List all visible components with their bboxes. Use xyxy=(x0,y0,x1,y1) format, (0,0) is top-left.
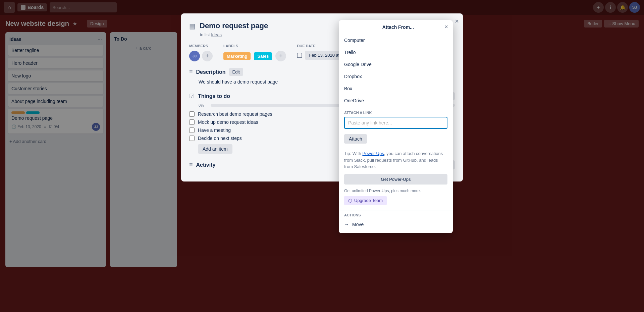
attach-tip: Tip: With Power-Ups, you can attach conv… xyxy=(339,148,453,174)
attach-link-section: Attach a link xyxy=(339,107,453,132)
attach-panel-title: Attach From... xyxy=(352,24,444,30)
checklist-checkbox-2[interactable] xyxy=(189,119,195,125)
description-edit-button[interactable]: Edit xyxy=(229,68,243,76)
description-icon: ≡ xyxy=(189,68,193,75)
modal-close-button[interactable]: × xyxy=(455,17,459,25)
attach-menu-onedrive[interactable]: OneDrive xyxy=(339,95,453,107)
checklist-item-text: Have a meeting xyxy=(198,127,231,133)
actions-label: ACTIONS xyxy=(344,213,447,217)
move-icon: → xyxy=(344,222,349,227)
checklist-checkbox-4[interactable] xyxy=(189,136,195,141)
progress-percentage: 0% xyxy=(199,103,208,107)
add-member-button[interactable]: + xyxy=(202,51,213,61)
checklist-checkbox-3[interactable] xyxy=(189,127,195,133)
due-date-checkbox[interactable] xyxy=(297,53,302,58)
attach-menu-computer[interactable]: Computer xyxy=(339,34,453,46)
upgrade-label: Upgrade Team xyxy=(354,198,383,203)
label-sales-tag[interactable]: Sales xyxy=(254,52,272,60)
member-avatar-jj: JJ xyxy=(189,51,200,61)
checklist-item-text: Research best demo request pages xyxy=(198,111,272,117)
checklist-title: Things to do xyxy=(198,93,230,99)
modal-card-title: Demo request page xyxy=(200,21,268,30)
add-item-button[interactable]: Add an item xyxy=(198,144,232,154)
attach-link-label: Attach a link xyxy=(344,111,447,115)
get-power-ups-button[interactable]: Get Power-Ups xyxy=(344,174,447,185)
upgrade-icon: ⬡ xyxy=(348,198,352,203)
attach-link-input[interactable] xyxy=(344,117,447,129)
members-row: JJ + xyxy=(189,51,213,61)
checklist-icon: ☑ xyxy=(189,93,195,100)
checklist-checkbox-1[interactable] xyxy=(189,111,195,117)
checklist-item-text: Decide on next steps xyxy=(198,136,242,141)
checklist-item-text: Mock up demo request ideas xyxy=(198,119,258,125)
modal-members-section: MEMBERS JJ + xyxy=(189,44,213,61)
activity-title: Activity xyxy=(196,162,216,168)
upgrade-team-button[interactable]: ⬡ Upgrade Team xyxy=(344,196,387,205)
attach-submit-button[interactable]: Attach xyxy=(344,134,367,144)
labels-row: Marketing Sales + xyxy=(223,51,286,61)
modal-labels-section: LABELS Marketing Sales + xyxy=(223,44,286,61)
attach-menu-trello[interactable]: Trello xyxy=(339,46,453,58)
power-ups-description: Get unlimited Power-Ups, plus much more. xyxy=(339,187,453,196)
modal-list-link[interactable]: Ideas xyxy=(211,32,222,37)
card-icon: ▤ xyxy=(189,22,196,30)
attach-panel: Attach From... × Computer Trello Google … xyxy=(339,20,453,233)
label-marketing-tag[interactable]: Marketing xyxy=(223,52,251,60)
action-move[interactable]: → Move xyxy=(344,220,447,229)
attach-actions-section: ACTIONS → Move xyxy=(339,210,453,233)
activity-icon: ≡ xyxy=(189,161,193,168)
attach-menu-box[interactable]: Box xyxy=(339,83,453,95)
power-ups-link[interactable]: Power-Ups xyxy=(362,151,384,156)
description-title: Description xyxy=(196,69,226,75)
attach-panel-close-button[interactable]: × xyxy=(444,23,448,31)
members-label: MEMBERS xyxy=(189,44,213,48)
activity-title-row: ≡ Activity xyxy=(189,161,215,168)
attach-menu-googledrive[interactable]: Google Drive xyxy=(339,58,453,70)
add-label-button[interactable]: + xyxy=(275,51,286,61)
attach-menu-dropbox[interactable]: Dropbox xyxy=(339,70,453,83)
attach-panel-header: Attach From... × xyxy=(339,20,453,34)
modal-overlay[interactable]: × ▤ Demo request page in list Ideas MEMB… xyxy=(0,0,644,312)
labels-label: LABELS xyxy=(223,44,286,48)
action-move-label: Move xyxy=(352,222,364,227)
